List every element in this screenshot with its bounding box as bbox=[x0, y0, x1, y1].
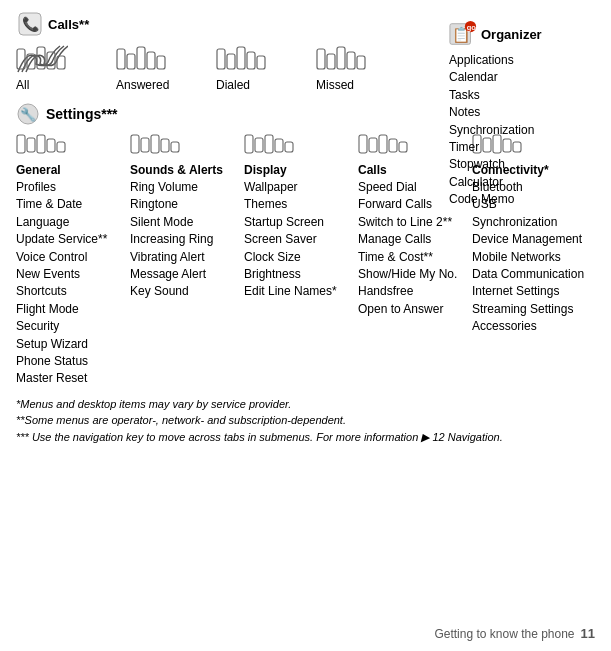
list-item: Silent Mode bbox=[130, 214, 244, 231]
list-item: Show/Hide My No. bbox=[358, 266, 472, 283]
organizer-icon: 📋 go bbox=[449, 20, 477, 48]
list-item: Time & Cost** bbox=[358, 249, 472, 266]
list-item: Phone Status bbox=[16, 353, 130, 370]
page-footer: Getting to know the phone 11 bbox=[434, 626, 595, 641]
list-item: Clock Size bbox=[244, 249, 358, 266]
svg-rect-20 bbox=[347, 52, 355, 69]
list-item: Key Sound bbox=[130, 283, 244, 300]
list-item: Ring Volume bbox=[130, 179, 244, 196]
list-item: Mobile Networks bbox=[472, 249, 586, 266]
list-item: Streaming Settings bbox=[472, 301, 586, 318]
list-item: Themes bbox=[244, 196, 358, 213]
list-item: Screen Saver bbox=[244, 231, 358, 248]
settings-col-2: DisplayWallpaperThemesStartup ScreenScre… bbox=[244, 134, 358, 388]
list-item: Ringtone bbox=[130, 196, 244, 213]
svg-rect-36 bbox=[161, 139, 169, 152]
svg-rect-43 bbox=[359, 135, 367, 153]
svg-rect-10 bbox=[147, 52, 155, 69]
footnote-item: *** Use the navigation key to move acros… bbox=[16, 429, 595, 446]
svg-rect-38 bbox=[245, 135, 253, 153]
list-item: Handsfree bbox=[358, 283, 472, 300]
organizer-header: 📋 go Organizer bbox=[449, 20, 579, 48]
list-item: Voice Control bbox=[16, 249, 130, 266]
footnote-item: **Some menus are operator-, network- and… bbox=[16, 412, 595, 429]
svg-rect-37 bbox=[171, 142, 179, 152]
list-item: Time & Date bbox=[16, 196, 130, 213]
call-dialed: Dialed bbox=[216, 44, 316, 92]
svg-rect-46 bbox=[389, 139, 397, 152]
svg-rect-21 bbox=[357, 56, 365, 69]
svg-rect-32 bbox=[57, 142, 65, 152]
call-missed: Missed bbox=[316, 44, 416, 92]
settings-col-0: GeneralProfilesTime & DateLanguageUpdate… bbox=[16, 134, 130, 388]
list-item: Profiles bbox=[16, 179, 130, 196]
list-item: Open to Answer bbox=[358, 301, 472, 318]
organizer-list: ApplicationsCalendarTasksNotesSynchroniz… bbox=[449, 52, 579, 209]
svg-rect-45 bbox=[379, 135, 387, 153]
list-item: Flight Mode bbox=[16, 301, 130, 318]
settings-col-list-2: WallpaperThemesStartup ScreenScreen Save… bbox=[244, 179, 358, 301]
svg-rect-16 bbox=[257, 56, 265, 69]
svg-rect-33 bbox=[131, 135, 139, 153]
organizer-list-item: Stopwatch bbox=[449, 156, 579, 173]
svg-rect-31 bbox=[47, 139, 55, 152]
svg-rect-29 bbox=[27, 138, 35, 152]
list-item: Language bbox=[16, 214, 130, 231]
svg-rect-7 bbox=[117, 49, 125, 69]
svg-rect-17 bbox=[317, 49, 325, 69]
svg-rect-28 bbox=[17, 135, 25, 153]
list-item: Synchronization bbox=[472, 214, 586, 231]
organizer-list-item: Calendar bbox=[449, 69, 579, 86]
list-item: Setup Wizard bbox=[16, 336, 130, 353]
list-item: Internet Settings bbox=[472, 283, 586, 300]
svg-rect-19 bbox=[337, 47, 345, 69]
svg-rect-39 bbox=[255, 138, 263, 152]
organizer-title: Organizer bbox=[481, 27, 542, 42]
svg-rect-41 bbox=[275, 139, 283, 152]
organizer-list-item: Calculator bbox=[449, 174, 579, 191]
svg-text:go: go bbox=[467, 23, 477, 32]
list-item: New Events bbox=[16, 266, 130, 283]
list-item: Switch to Line 2** bbox=[358, 214, 472, 231]
calls-title: Calls** bbox=[48, 17, 89, 32]
svg-rect-18 bbox=[327, 54, 335, 69]
settings-col-icon-2 bbox=[244, 134, 358, 159]
list-item: Update Service** bbox=[16, 231, 130, 248]
settings-col-icon-0 bbox=[16, 134, 130, 159]
list-item: Startup Screen bbox=[244, 214, 358, 231]
list-item: Manage Calls bbox=[358, 231, 472, 248]
call-missed-label: Missed bbox=[316, 78, 354, 92]
svg-rect-8 bbox=[127, 54, 135, 69]
list-item: Shortcuts bbox=[16, 283, 130, 300]
settings-title: Settings*** bbox=[46, 106, 118, 122]
list-item: Brightness bbox=[244, 266, 358, 283]
svg-rect-14 bbox=[237, 47, 245, 69]
svg-rect-11 bbox=[157, 56, 165, 69]
call-answered: Answered bbox=[116, 44, 216, 92]
svg-rect-35 bbox=[151, 135, 159, 153]
svg-rect-13 bbox=[227, 54, 235, 69]
organizer-list-item: Timer bbox=[449, 139, 579, 156]
organizer-list-item: Synchronization bbox=[449, 122, 579, 139]
call-answered-label: Answered bbox=[116, 78, 169, 92]
svg-rect-30 bbox=[37, 135, 45, 153]
settings-col-1: Sounds & AlertsRing VolumeRingtoneSilent… bbox=[130, 134, 244, 388]
list-item: Wallpaper bbox=[244, 179, 358, 196]
list-item: Accessories bbox=[472, 318, 586, 335]
svg-rect-12 bbox=[217, 49, 225, 69]
organizer-list-item: Code Memo bbox=[449, 191, 579, 208]
svg-rect-47 bbox=[399, 142, 407, 152]
settings-wrench-icon: 🔧 bbox=[16, 102, 40, 126]
settings-col-icon-1 bbox=[130, 134, 244, 159]
call-all: All bbox=[16, 44, 116, 92]
list-item: Data Communication bbox=[472, 266, 586, 283]
svg-rect-44 bbox=[369, 138, 377, 152]
call-all-label: All bbox=[16, 78, 29, 92]
footnote-item: *Menus and desktop items may vary by ser… bbox=[16, 396, 595, 413]
settings-col-list-0: ProfilesTime & DateLanguageUpdate Servic… bbox=[16, 179, 130, 388]
list-item: Increasing Ring bbox=[130, 231, 244, 248]
svg-rect-40 bbox=[265, 135, 273, 153]
settings-col-title-1: Sounds & Alerts bbox=[130, 163, 244, 177]
organizer-list-item: Applications bbox=[449, 52, 579, 69]
svg-rect-15 bbox=[247, 52, 255, 69]
